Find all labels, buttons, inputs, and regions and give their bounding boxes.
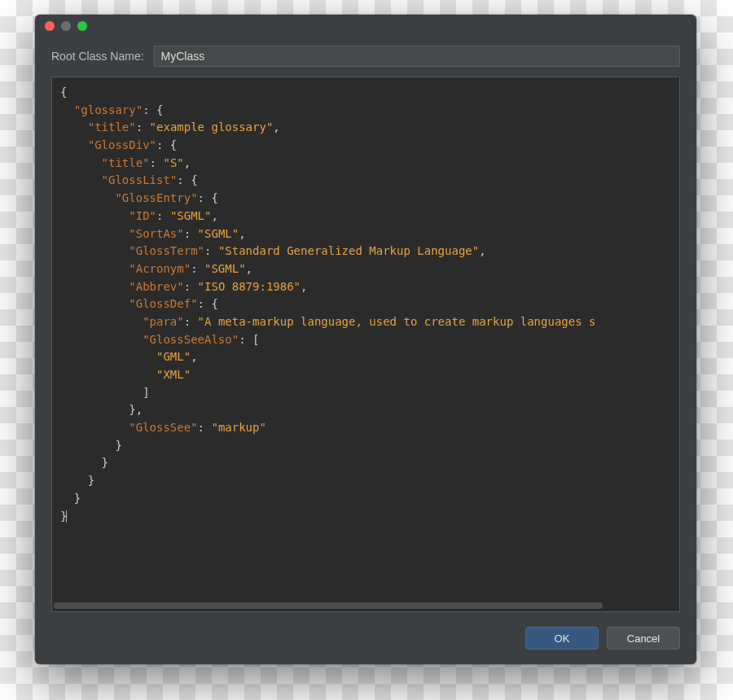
editor-container: { "glossary": { "title": "example glossa… (51, 77, 680, 612)
cancel-button[interactable]: Cancel (607, 627, 680, 650)
horizontal-scrollbar[interactable] (54, 602, 678, 610)
close-icon[interactable] (45, 21, 55, 31)
scrollbar-thumb[interactable] (54, 602, 603, 609)
button-row: OK Cancel (35, 612, 696, 664)
titlebar (35, 15, 696, 37)
maximize-icon[interactable] (77, 21, 87, 31)
minimize-icon (61, 21, 71, 31)
root-class-name-label: Root Class Name: (51, 50, 144, 63)
form-row: Root Class Name: (35, 37, 696, 77)
ok-button[interactable]: OK (525, 627, 599, 650)
root-class-name-input[interactable] (154, 46, 680, 67)
dialog-window: Root Class Name: { "glossary": { "title"… (35, 15, 696, 664)
json-editor[interactable]: { "glossary": { "title": "example glossa… (52, 77, 679, 602)
